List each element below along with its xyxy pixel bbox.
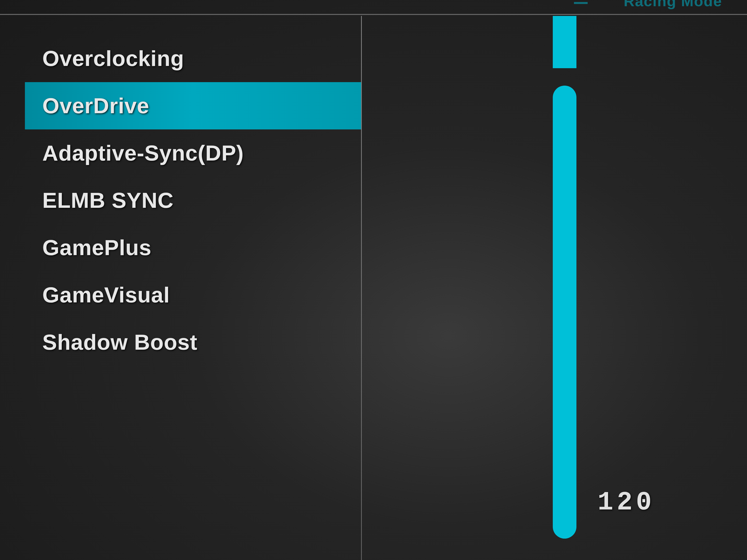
value-slider[interactable]	[548, 16, 598, 539]
menu-item-shadow-boost[interactable]: Shadow Boost	[25, 319, 361, 366]
menu-item-elmb-sync[interactable]: ELMB SYNC	[25, 177, 361, 224]
slider-track[interactable]	[553, 86, 576, 539]
settings-menu: Overclocking OverDrive Adaptive-Sync(DP)…	[25, 35, 361, 366]
mode-label: Racing Mode	[624, 0, 722, 10]
menu-icon	[574, 0, 588, 4]
menu-item-adaptive-sync[interactable]: Adaptive-Sync(DP)	[25, 129, 361, 177]
menu-item-gameplus[interactable]: GamePlus	[25, 224, 361, 271]
menu-item-overclocking[interactable]: Overclocking	[25, 35, 361, 82]
menu-item-gamevisual[interactable]: GameVisual	[25, 271, 361, 319]
slider-value-label: 120	[598, 488, 655, 517]
menu-item-overdrive[interactable]: OverDrive	[25, 82, 361, 129]
top-bar: Racing Mode	[0, 0, 747, 15]
slider-handle[interactable]	[553, 16, 576, 68]
vertical-divider	[361, 16, 362, 560]
